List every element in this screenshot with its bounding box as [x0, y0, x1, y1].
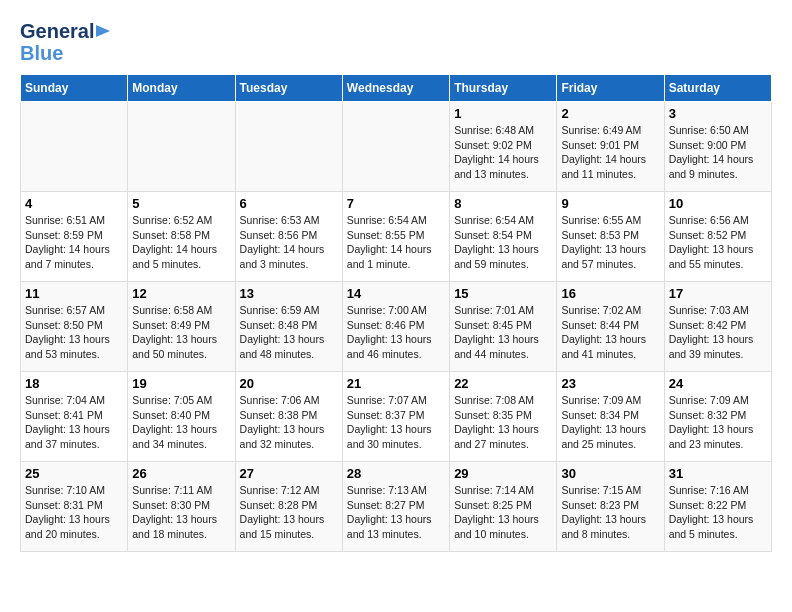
day-info: Sunrise: 7:09 AM Sunset: 8:34 PM Dayligh… — [561, 393, 659, 452]
calendar-cell — [235, 102, 342, 192]
day-info: Sunrise: 6:58 AM Sunset: 8:49 PM Dayligh… — [132, 303, 230, 362]
day-number: 2 — [561, 106, 659, 121]
day-info: Sunrise: 7:16 AM Sunset: 8:22 PM Dayligh… — [669, 483, 767, 542]
calendar-cell: 25Sunrise: 7:10 AM Sunset: 8:31 PM Dayli… — [21, 462, 128, 552]
header-day-tuesday: Tuesday — [235, 75, 342, 102]
day-number: 24 — [669, 376, 767, 391]
header-day-friday: Friday — [557, 75, 664, 102]
day-info: Sunrise: 6:54 AM Sunset: 8:54 PM Dayligh… — [454, 213, 552, 272]
day-number: 26 — [132, 466, 230, 481]
calendar-cell: 15Sunrise: 7:01 AM Sunset: 8:45 PM Dayli… — [450, 282, 557, 372]
calendar-cell — [342, 102, 449, 192]
day-number: 11 — [25, 286, 123, 301]
logo: General Blue — [20, 20, 116, 64]
calendar-cell: 3Sunrise: 6:50 AM Sunset: 9:00 PM Daylig… — [664, 102, 771, 192]
calendar-cell: 2Sunrise: 6:49 AM Sunset: 9:01 PM Daylig… — [557, 102, 664, 192]
logo-general: General — [20, 20, 94, 42]
day-info: Sunrise: 7:15 AM Sunset: 8:23 PM Dayligh… — [561, 483, 659, 542]
day-number: 1 — [454, 106, 552, 121]
calendar-cell: 26Sunrise: 7:11 AM Sunset: 8:30 PM Dayli… — [128, 462, 235, 552]
calendar-cell: 1Sunrise: 6:48 AM Sunset: 9:02 PM Daylig… — [450, 102, 557, 192]
header-day-thursday: Thursday — [450, 75, 557, 102]
calendar-week-1: 1Sunrise: 6:48 AM Sunset: 9:02 PM Daylig… — [21, 102, 772, 192]
calendar-cell: 14Sunrise: 7:00 AM Sunset: 8:46 PM Dayli… — [342, 282, 449, 372]
logo-blue: Blue — [20, 42, 116, 64]
calendar-cell: 13Sunrise: 6:59 AM Sunset: 8:48 PM Dayli… — [235, 282, 342, 372]
calendar-cell: 28Sunrise: 7:13 AM Sunset: 8:27 PM Dayli… — [342, 462, 449, 552]
calendar-cell: 24Sunrise: 7:09 AM Sunset: 8:32 PM Dayli… — [664, 372, 771, 462]
calendar-cell: 10Sunrise: 6:56 AM Sunset: 8:52 PM Dayli… — [664, 192, 771, 282]
day-number: 22 — [454, 376, 552, 391]
day-number: 6 — [240, 196, 338, 211]
day-number: 30 — [561, 466, 659, 481]
day-info: Sunrise: 7:11 AM Sunset: 8:30 PM Dayligh… — [132, 483, 230, 542]
day-number: 19 — [132, 376, 230, 391]
header-day-monday: Monday — [128, 75, 235, 102]
day-info: Sunrise: 7:07 AM Sunset: 8:37 PM Dayligh… — [347, 393, 445, 452]
day-number: 12 — [132, 286, 230, 301]
svg-marker-0 — [96, 25, 110, 37]
day-info: Sunrise: 6:55 AM Sunset: 8:53 PM Dayligh… — [561, 213, 659, 272]
page-header: General Blue — [20, 20, 772, 64]
calendar-cell: 30Sunrise: 7:15 AM Sunset: 8:23 PM Dayli… — [557, 462, 664, 552]
day-number: 28 — [347, 466, 445, 481]
day-info: Sunrise: 7:03 AM Sunset: 8:42 PM Dayligh… — [669, 303, 767, 362]
day-number: 17 — [669, 286, 767, 301]
day-info: Sunrise: 7:02 AM Sunset: 8:44 PM Dayligh… — [561, 303, 659, 362]
day-number: 10 — [669, 196, 767, 211]
day-info: Sunrise: 6:57 AM Sunset: 8:50 PM Dayligh… — [25, 303, 123, 362]
day-info: Sunrise: 6:52 AM Sunset: 8:58 PM Dayligh… — [132, 213, 230, 272]
header-day-wednesday: Wednesday — [342, 75, 449, 102]
calendar-cell: 17Sunrise: 7:03 AM Sunset: 8:42 PM Dayli… — [664, 282, 771, 372]
day-number: 18 — [25, 376, 123, 391]
day-number: 7 — [347, 196, 445, 211]
calendar-cell: 8Sunrise: 6:54 AM Sunset: 8:54 PM Daylig… — [450, 192, 557, 282]
day-info: Sunrise: 6:48 AM Sunset: 9:02 PM Dayligh… — [454, 123, 552, 182]
day-info: Sunrise: 7:05 AM Sunset: 8:40 PM Dayligh… — [132, 393, 230, 452]
day-info: Sunrise: 7:12 AM Sunset: 8:28 PM Dayligh… — [240, 483, 338, 542]
day-info: Sunrise: 6:53 AM Sunset: 8:56 PM Dayligh… — [240, 213, 338, 272]
calendar-cell: 4Sunrise: 6:51 AM Sunset: 8:59 PM Daylig… — [21, 192, 128, 282]
calendar-cell: 22Sunrise: 7:08 AM Sunset: 8:35 PM Dayli… — [450, 372, 557, 462]
day-info: Sunrise: 7:00 AM Sunset: 8:46 PM Dayligh… — [347, 303, 445, 362]
header-day-sunday: Sunday — [21, 75, 128, 102]
header-row: SundayMondayTuesdayWednesdayThursdayFrid… — [21, 75, 772, 102]
day-number: 27 — [240, 466, 338, 481]
day-number: 14 — [347, 286, 445, 301]
calendar-week-5: 25Sunrise: 7:10 AM Sunset: 8:31 PM Dayli… — [21, 462, 772, 552]
calendar-cell: 29Sunrise: 7:14 AM Sunset: 8:25 PM Dayli… — [450, 462, 557, 552]
day-number: 5 — [132, 196, 230, 211]
day-info: Sunrise: 6:51 AM Sunset: 8:59 PM Dayligh… — [25, 213, 123, 272]
calendar-week-2: 4Sunrise: 6:51 AM Sunset: 8:59 PM Daylig… — [21, 192, 772, 282]
calendar-cell: 31Sunrise: 7:16 AM Sunset: 8:22 PM Dayli… — [664, 462, 771, 552]
day-number: 21 — [347, 376, 445, 391]
calendar-cell: 19Sunrise: 7:05 AM Sunset: 8:40 PM Dayli… — [128, 372, 235, 462]
calendar-cell: 18Sunrise: 7:04 AM Sunset: 8:41 PM Dayli… — [21, 372, 128, 462]
day-number: 15 — [454, 286, 552, 301]
calendar-cell: 20Sunrise: 7:06 AM Sunset: 8:38 PM Dayli… — [235, 372, 342, 462]
calendar-cell: 23Sunrise: 7:09 AM Sunset: 8:34 PM Dayli… — [557, 372, 664, 462]
day-number: 9 — [561, 196, 659, 211]
calendar-header: SundayMondayTuesdayWednesdayThursdayFrid… — [21, 75, 772, 102]
calendar-cell: 27Sunrise: 7:12 AM Sunset: 8:28 PM Dayli… — [235, 462, 342, 552]
day-info: Sunrise: 6:56 AM Sunset: 8:52 PM Dayligh… — [669, 213, 767, 272]
day-number: 8 — [454, 196, 552, 211]
day-info: Sunrise: 7:14 AM Sunset: 8:25 PM Dayligh… — [454, 483, 552, 542]
day-info: Sunrise: 7:08 AM Sunset: 8:35 PM Dayligh… — [454, 393, 552, 452]
day-info: Sunrise: 7:06 AM Sunset: 8:38 PM Dayligh… — [240, 393, 338, 452]
day-number: 13 — [240, 286, 338, 301]
calendar-cell — [21, 102, 128, 192]
day-number: 3 — [669, 106, 767, 121]
day-info: Sunrise: 6:50 AM Sunset: 9:00 PM Dayligh… — [669, 123, 767, 182]
calendar-cell — [128, 102, 235, 192]
logo-text-block: General Blue — [20, 20, 116, 64]
day-number: 29 — [454, 466, 552, 481]
day-info: Sunrise: 6:59 AM Sunset: 8:48 PM Dayligh… — [240, 303, 338, 362]
day-number: 16 — [561, 286, 659, 301]
calendar-cell: 16Sunrise: 7:02 AM Sunset: 8:44 PM Dayli… — [557, 282, 664, 372]
day-info: Sunrise: 6:54 AM Sunset: 8:55 PM Dayligh… — [347, 213, 445, 272]
calendar-table: SundayMondayTuesdayWednesdayThursdayFrid… — [20, 74, 772, 552]
day-info: Sunrise: 7:04 AM Sunset: 8:41 PM Dayligh… — [25, 393, 123, 452]
day-number: 23 — [561, 376, 659, 391]
day-number: 4 — [25, 196, 123, 211]
